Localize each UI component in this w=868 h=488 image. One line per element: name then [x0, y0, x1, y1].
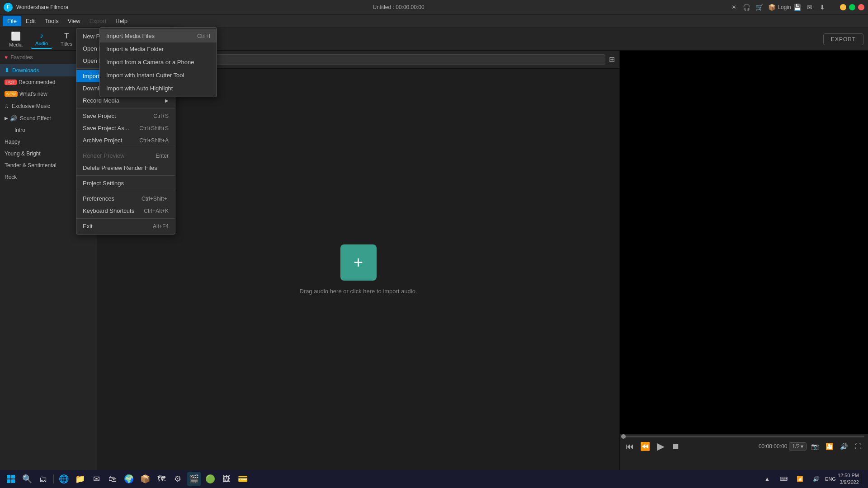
menu-delete-preview-render[interactable]: Delete Preview Render Files: [76, 162, 175, 174]
import-instant-cutter-label: Import with Instant Cutter Tool: [106, 72, 184, 79]
downloads-icon: ⬇: [5, 67, 9, 74]
task-view-icon[interactable]: 🗂: [36, 472, 51, 486]
tab-media-label: Media: [9, 42, 23, 47]
menu-view[interactable]: View: [63, 16, 85, 26]
store-icon[interactable]: 🛍: [105, 472, 120, 486]
chevron-right-icon: ▶: [5, 116, 8, 121]
import-folder-label: Import a Media Folder: [106, 46, 164, 52]
explorer-icon[interactable]: 📁: [73, 472, 87, 486]
browser-icon[interactable]: 🌍: [122, 472, 136, 486]
dropbox-icon[interactable]: 📦: [138, 472, 152, 486]
save-project-shortcut: Ctrl+S: [153, 113, 169, 119]
menu-project-settings[interactable]: Project Settings: [76, 177, 175, 189]
filmora-taskbar-icon[interactable]: 🎬: [187, 472, 201, 486]
menu-divider-4: [76, 175, 175, 176]
import-files-shortcut: Ctrl+I: [197, 33, 210, 39]
import-camera-label: Import from a Camera or a Phone: [106, 59, 194, 66]
edge-icon[interactable]: 🌐: [57, 472, 71, 486]
tab-audio-label: Audio: [35, 41, 48, 46]
volume-tray-icon[interactable]: 🔊: [809, 472, 823, 486]
network-icon[interactable]: 📶: [793, 472, 807, 486]
media-icon: ⬜: [11, 31, 21, 41]
archive-project-label: Archive Project: [83, 137, 122, 144]
tab-media[interactable]: ⬜ Media: [5, 29, 27, 49]
menu-keyboard-shortcuts[interactable]: Keyboard Shortcuts Ctrl+Alt+K: [76, 205, 175, 217]
keyboard-shortcuts-shortcut: Ctrl+Alt+K: [144, 208, 169, 214]
time-display: 00:00:00:00 1/2 ▾ 📷 🎦 🔊 ⛶: [759, 440, 864, 453]
import-files-label: Import Media Files: [106, 33, 155, 39]
show-desktop-button[interactable]: [861, 473, 864, 485]
import-auto-highlight-label: Import with Auto Highlight: [106, 85, 173, 92]
taskbar-clock[interactable]: 12:50 PM 3/9/2022: [838, 472, 859, 486]
headphone-icon[interactable]: 🎧: [741, 2, 751, 12]
minimize-button[interactable]: [840, 4, 846, 10]
menu-help[interactable]: Help: [111, 16, 132, 26]
mail-taskbar-icon[interactable]: ✉: [89, 472, 104, 486]
menu-preferences[interactable]: Preferences Ctrl+Shift+,: [76, 192, 175, 205]
app-name: Wondershare Filmora: [16, 4, 68, 10]
menu-save-project-as[interactable]: Save Project As... Ctrl+Shift+S: [76, 122, 175, 134]
cart-icon[interactable]: 🛒: [754, 2, 764, 12]
tab-audio[interactable]: ♪ Audio: [31, 30, 52, 49]
stop-button[interactable]: ⏹: [670, 440, 682, 453]
sun-icon[interactable]: ☀: [729, 2, 739, 12]
exit-shortcut: Alt+F4: [153, 223, 169, 230]
play-button[interactable]: ▶: [654, 440, 667, 453]
import-media-submenu: Import Media Files Ctrl+I Import a Media…: [99, 27, 217, 97]
save-cloud-icon[interactable]: 💾: [792, 2, 802, 12]
import-hint-text: Drag audio here or click here to import …: [299, 288, 417, 295]
login-button[interactable]: Login: [779, 2, 789, 12]
menu-save-project[interactable]: Save Project Ctrl+S: [76, 110, 175, 122]
submenu-import-camera[interactable]: Import from a Camera or a Phone: [100, 56, 217, 69]
title-bar-right: ☀ 🎧 🛒 📦 Login 💾 ✉ ⬇: [729, 2, 864, 12]
playback-progress[interactable]: [623, 436, 864, 437]
svg-rect-2: [7, 479, 10, 483]
favorites-label: Favorites: [10, 54, 33, 61]
maps-icon[interactable]: 🗺: [154, 472, 169, 486]
close-button[interactable]: [858, 4, 864, 10]
photo-icon[interactable]: 🖼: [219, 472, 234, 486]
snapshot-button[interactable]: 📷: [808, 440, 821, 453]
heart-icon: ♥: [5, 54, 8, 61]
intro-label: Intro: [14, 127, 25, 133]
new-badge: NEW: [5, 91, 18, 97]
submenu-import-files[interactable]: Import Media Files Ctrl+I: [100, 29, 217, 42]
menu-tools[interactable]: Tools: [40, 16, 63, 26]
page-selector[interactable]: 1/2 ▾: [789, 442, 807, 450]
submenu-import-folder[interactable]: Import a Media Folder: [100, 42, 217, 56]
chevron-up-icon[interactable]: ▲: [760, 472, 774, 486]
wallet-icon[interactable]: 💳: [236, 472, 250, 486]
title-bar-center: Untitled : 00:00:00:00: [373, 4, 425, 10]
settings-taskbar-icon[interactable]: ⚙: [170, 472, 185, 486]
download-icon[interactable]: ⬇: [817, 2, 827, 12]
maximize-button[interactable]: [849, 4, 855, 10]
menu-archive-project[interactable]: Archive Project Ctrl+Shift+A: [76, 134, 175, 146]
preferences-label: Preferences: [83, 195, 114, 202]
grid-toggle-button[interactable]: ⊞: [609, 55, 615, 64]
submenu-import-auto-highlight[interactable]: Import with Auto Highlight: [100, 82, 217, 95]
menu-edit[interactable]: Edit: [21, 16, 40, 26]
fullscreen-button[interactable]: ⛶: [852, 440, 864, 453]
import-button[interactable]: +: [340, 244, 377, 281]
recommended-label: Recommended: [19, 79, 55, 85]
menu-file[interactable]: File: [3, 16, 21, 26]
box-icon[interactable]: 📦: [767, 2, 777, 12]
chrome-dev-icon[interactable]: 🟢: [203, 472, 217, 486]
windows-start-button[interactable]: [4, 472, 18, 486]
menu-render-preview: Render Preview Enter: [76, 150, 175, 162]
menu-export[interactable]: Export: [85, 16, 111, 26]
language-indicator: ENG: [825, 476, 836, 482]
submenu-import-instant-cutter[interactable]: Import with Instant Cutter Tool: [100, 69, 217, 82]
keyboard-icon[interactable]: ⌨: [776, 472, 791, 486]
volume-button[interactable]: 🔊: [837, 440, 850, 453]
search-taskbar-icon[interactable]: 🔍: [20, 472, 34, 486]
export-button[interactable]: EXPORT: [823, 33, 863, 45]
camera-button[interactable]: 🎦: [823, 440, 835, 453]
tab-titles[interactable]: T Titles: [56, 30, 77, 48]
audio-icon: ♪: [40, 32, 43, 40]
rewind-button[interactable]: ⏮: [623, 440, 636, 453]
mail-icon[interactable]: ✉: [805, 2, 815, 12]
app-logo: F: [4, 3, 13, 12]
menu-exit[interactable]: Exit Alt+F4: [76, 220, 175, 232]
step-back-button[interactable]: ⏪: [639, 440, 651, 453]
